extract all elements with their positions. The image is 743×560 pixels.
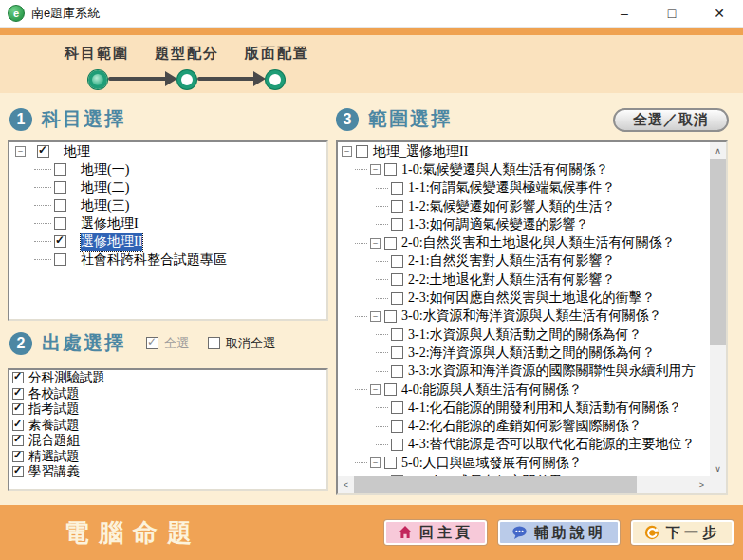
close-button[interactable]: ✕ (696, 0, 743, 27)
checkbox[interactable] (391, 200, 403, 213)
tree-guide (376, 206, 388, 207)
tree-guide (355, 169, 367, 170)
collapse-icon[interactable] (370, 384, 381, 395)
tree-row[interactable]: 5-0:人口與區域發展有何關係？ (338, 454, 710, 472)
checkbox[interactable] (391, 182, 403, 195)
tree-row[interactable]: 地理(一) (28, 160, 326, 178)
scroll-down-icon[interactable]: ∨ (710, 460, 726, 476)
tree-row[interactable]: 社會科跨科整合試題專區 (28, 251, 326, 269)
tree-row[interactable]: 1-1:何謂氣候變遷與極端氣候事件？ (338, 179, 710, 197)
tree-row[interactable]: 1-2:氣候變遷如何影響人類的生活？ (338, 197, 710, 215)
tree-row[interactable]: 選修地理I (28, 215, 326, 233)
checkbox[interactable] (356, 145, 368, 158)
checkbox[interactable] (391, 401, 403, 414)
step-arrow (108, 77, 167, 81)
checkbox[interactable] (54, 217, 66, 230)
checkbox[interactable] (384, 310, 397, 323)
step-arrow (197, 77, 255, 81)
deselect-all-control[interactable]: 取消全選 (208, 335, 275, 352)
checkbox[interactable] (391, 273, 403, 286)
collapse-icon[interactable] (370, 238, 381, 249)
checkbox[interactable] (54, 253, 66, 266)
next-step-button[interactable]: 下一步 (631, 520, 734, 545)
scroll-right-icon[interactable]: > (694, 476, 710, 493)
checkbox[interactable] (12, 435, 24, 446)
minimize-button[interactable]: – (601, 0, 648, 27)
tree-row[interactable]: 3-1:水資源與人類活動之間的關係為何？ (338, 326, 710, 344)
tree-row[interactable]: 3-0:水資源和海洋資源與人類生活有何關係？ (338, 308, 710, 326)
tree-row[interactable]: 3-2:海洋資源與人類活動之間的關係為何？ (338, 344, 710, 362)
tree-row[interactable]: 1-0:氣候變遷與人類生活有何關係？ (338, 160, 710, 178)
checkbox[interactable] (384, 237, 397, 250)
collapse-icon[interactable] (370, 164, 381, 175)
tree-guide (376, 298, 388, 299)
collapse-icon[interactable] (370, 457, 381, 468)
tree-row[interactable]: 2-3:如何因應自然災害與土地退化的衝擊？ (338, 289, 710, 307)
checkbox[interactable] (12, 420, 24, 431)
checkbox[interactable] (54, 181, 66, 194)
select-all-checkbox[interactable] (146, 337, 158, 349)
section-title: 出處選擇 (42, 330, 125, 356)
checkbox[interactable] (54, 163, 66, 176)
list-item[interactable]: 各校試題 (9, 386, 326, 402)
list-item[interactable]: 素養試題 (9, 418, 326, 434)
scroll-up-icon[interactable]: ∧ (710, 142, 726, 159)
checkbox[interactable] (54, 199, 66, 212)
vertical-scrollbar[interactable]: ∧ ∨ (710, 142, 726, 476)
checkbox[interactable] (391, 255, 403, 268)
checkbox[interactable] (12, 451, 24, 462)
list-item[interactable]: 混合題組 (9, 433, 326, 449)
checkbox[interactable] (384, 457, 397, 469)
horizontal-scrollbar[interactable]: < > (338, 476, 710, 493)
tree-row[interactable]: 地理(三) (28, 196, 326, 215)
tree-row[interactable]: 4-1:化石能源的開發利用和人類活動有何關係？ (338, 399, 710, 417)
list-item[interactable]: 指考試題 (9, 401, 326, 418)
tree-row[interactable]: 地理_選修地理II (338, 142, 710, 160)
tree-row[interactable]: 2-2:土地退化對人類生活有何影響？ (338, 271, 710, 289)
tree-row[interactable]: 3-3:水資源和海洋資源的國際關聯性與永續利用方 (338, 363, 710, 381)
checkbox[interactable] (12, 466, 24, 477)
section-title: 範圍選擇 (368, 106, 452, 132)
help-button[interactable]: 輔助說明 (498, 520, 620, 545)
list-item[interactable]: 學習講義 (9, 464, 326, 480)
tree-row[interactable]: 4-3:替代能源是否可以取代化石能源的主要地位？ (338, 436, 710, 454)
tree-guide (376, 261, 388, 262)
next-arrow-icon (644, 525, 659, 540)
tree-row-root[interactable]: 地理 (9, 142, 326, 160)
checkbox[interactable] (391, 420, 403, 433)
horizontal-scroll-thumb[interactable] (354, 476, 637, 493)
select-all-toggle-button[interactable]: 全選／取消 (613, 108, 729, 132)
checkbox[interactable] (54, 235, 66, 248)
select-all-control[interactable]: 全選 (146, 335, 189, 352)
checkbox[interactable] (391, 439, 403, 451)
tree-row[interactable]: 選修地理II (28, 233, 326, 251)
collapse-icon[interactable] (15, 146, 26, 157)
tree-row[interactable]: 地理(二) (28, 178, 326, 196)
scroll-left-icon[interactable]: < (338, 476, 354, 493)
vertical-scroll-thumb[interactable] (710, 159, 726, 345)
deselect-all-checkbox[interactable] (208, 337, 220, 349)
maximize-button[interactable]: □ (648, 0, 696, 27)
tree-row[interactable]: 4-0:能源與人類生活有何關係？ (338, 381, 710, 399)
tree-row[interactable]: 2-0:自然災害和土地退化與人類生活有何關係？ (338, 233, 710, 252)
tree-row[interactable]: 2-1:自然災害對人類生活有何影響？ (338, 252, 710, 271)
list-item[interactable]: 分科測驗試題 (9, 370, 326, 386)
collapse-icon[interactable] (370, 311, 381, 322)
checkbox[interactable] (391, 328, 403, 341)
checkbox[interactable] (12, 388, 24, 400)
checkbox[interactable] (12, 403, 24, 415)
tree-row-label: 4-1:化石能源的開發利用和人類活動有何關係？ (408, 400, 682, 417)
home-button[interactable]: 回主頁 (384, 520, 487, 545)
checkbox[interactable] (391, 365, 403, 378)
checkbox[interactable] (384, 163, 397, 176)
checkbox[interactable] (391, 218, 403, 231)
checkbox[interactable] (384, 383, 397, 396)
checkbox[interactable] (37, 145, 49, 158)
tree-row[interactable]: 1-3:如何調適氣候變遷的影響？ (338, 215, 710, 233)
checkbox[interactable] (391, 346, 403, 359)
list-item[interactable]: 精選試題 (9, 449, 326, 465)
tree-row[interactable]: 4-2:化石能源的產銷如何影響國際關係？ (338, 417, 710, 435)
checkbox[interactable] (12, 372, 24, 383)
checkbox[interactable] (391, 292, 403, 305)
collapse-icon[interactable] (342, 146, 352, 157)
